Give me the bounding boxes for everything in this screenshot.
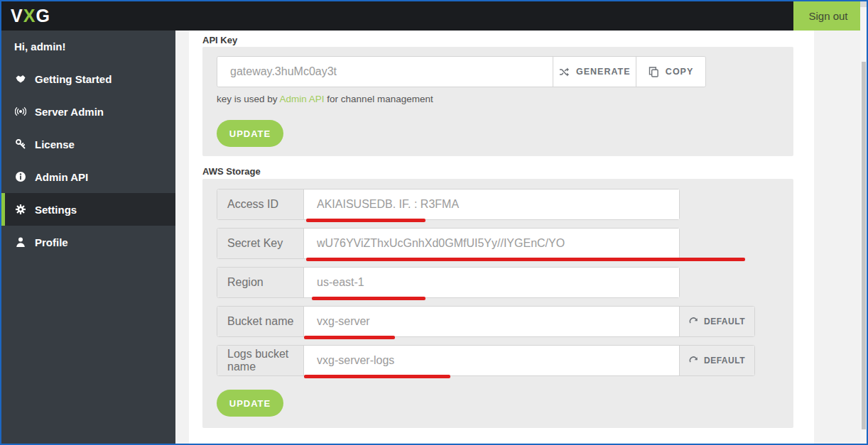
access-id-label: Access ID (217, 189, 303, 219)
region-label: Region (217, 268, 303, 297)
broadcast-icon (15, 106, 26, 117)
sign-out-button[interactable]: Sign out (793, 1, 863, 31)
aws-storage-panel: Access ID Secret Key Region Bucket name … (202, 179, 793, 428)
api-key-panel: GENERATE COPY key is used by Admin API f… (202, 47, 793, 156)
sidebar: Hi, admin! Getting Started Server Admin … (1, 31, 175, 444)
bucket-default-button[interactable]: DEFAULT (679, 307, 754, 336)
secret-key-row: Secret Key (217, 228, 680, 259)
sidebar-menu: Getting Started Server Admin License Adm… (1, 62, 175, 258)
bucket-name-row: Bucket name DEFAULT (217, 306, 755, 337)
sidebar-item-settings[interactable]: Settings (1, 193, 175, 226)
sidebar-item-label: Admin API (35, 171, 88, 183)
generate-button[interactable]: GENERATE (553, 57, 636, 87)
sidebar-item-profile[interactable]: Profile (1, 226, 175, 258)
sidebar-item-admin-api[interactable]: Admin API (1, 160, 175, 193)
api-key-update-button[interactable]: UPDATE (217, 120, 283, 147)
annotation-underline-logs-bucket (304, 375, 450, 378)
scrollbar-top-button[interactable] (860, 1, 867, 7)
annotation-underline-secret-key (306, 258, 745, 261)
refresh-icon (689, 317, 698, 326)
refresh-icon (689, 356, 698, 366)
annotation-underline-access-id (306, 219, 425, 222)
top-bar: VXG Sign out (1, 1, 867, 31)
sidebar-item-label: Profile (35, 236, 68, 248)
bucket-name-label: Bucket name (217, 307, 303, 336)
scrollbar-thumb[interactable] (862, 62, 866, 429)
aws-storage-section-title: AWS Storage (202, 166, 261, 177)
gear-icon (15, 204, 26, 215)
settings-card: API Key GENERATE COPY key is used by Adm (189, 31, 814, 445)
sidebar-item-label: License (35, 138, 75, 150)
api-key-caption: key is used by Admin API for channel man… (217, 94, 433, 104)
copy-button[interactable]: COPY (636, 57, 705, 87)
greeting-text: Hi, admin! (1, 31, 175, 53)
api-key-section-title: API Key (202, 35, 237, 45)
api-key-input[interactable] (217, 57, 553, 87)
sidebar-item-label: Settings (35, 204, 77, 216)
handshake-icon (15, 73, 26, 84)
bucket-name-input[interactable] (303, 307, 679, 336)
access-id-input[interactable] (303, 189, 679, 219)
logs-bucket-name-label: Logs bucket name (217, 346, 303, 375)
secret-key-label: Secret Key (217, 229, 303, 258)
vxg-logo: VXG (11, 6, 50, 26)
annotation-underline-bucket-name (304, 336, 395, 339)
sidebar-item-license[interactable]: License (1, 128, 175, 160)
info-icon (15, 171, 26, 182)
page-scrollbar (860, 1, 867, 445)
copy-icon (649, 67, 659, 77)
logs-bucket-default-button[interactable]: DEFAULT (679, 346, 754, 375)
access-id-row: Access ID (217, 189, 680, 220)
key-icon (15, 138, 26, 150)
logs-bucket-name-row: Logs bucket name DEFAULT (217, 345, 755, 376)
user-icon (15, 236, 26, 248)
aws-storage-update-button[interactable]: UPDATE (217, 390, 283, 417)
admin-api-link[interactable]: Admin API (280, 94, 325, 104)
sidebar-item-getting-started[interactable]: Getting Started (1, 62, 175, 95)
secret-key-input[interactable] (303, 229, 679, 258)
annotation-underline-region (312, 297, 425, 300)
shuffle-icon (559, 67, 570, 77)
api-key-group: GENERATE COPY (217, 56, 706, 87)
sidebar-item-label: Server Admin (35, 106, 104, 118)
logs-bucket-name-input[interactable] (303, 346, 679, 375)
main-area: API Key GENERATE COPY key is used by Adm (175, 31, 867, 444)
sidebar-item-label: Getting Started (35, 73, 112, 85)
sidebar-item-server-admin[interactable]: Server Admin (1, 95, 175, 128)
region-row: Region (217, 267, 680, 298)
region-input[interactable] (303, 268, 679, 297)
